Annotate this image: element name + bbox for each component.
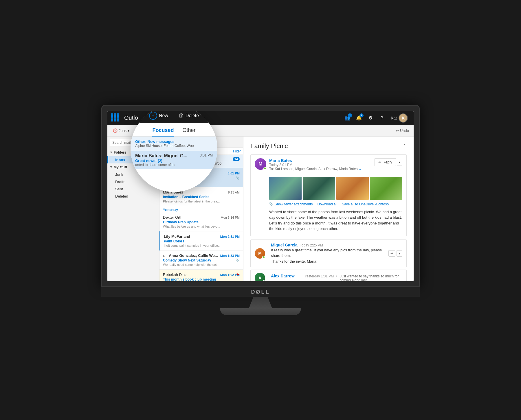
undo-btn[interactable]: ↩ Undo <box>393 127 411 134</box>
filter-btn[interactable]: Filter <box>233 149 241 153</box>
reply-icon: ↩ <box>378 160 381 164</box>
paperclip-icon: 📎 <box>269 202 274 206</box>
sender-5: Anna Gonzalez; Callie We... <box>169 253 218 258</box>
user-area[interactable]: Kat K <box>388 112 410 124</box>
monitor-wrapper: Outlo 👥 2 🔔 2 ⚙ ? <box>87 105 434 315</box>
time-alex: Yesterday 1:01 PM <box>304 274 334 278</box>
circle-notif-sub: Alpine Ski House, Fourth Coffee, Woo <box>135 144 213 148</box>
msg-card-miguel[interactable]: M Miguel Garcia Today 2:25 PM It really … <box>250 240 407 268</box>
email-item-3[interactable]: Dexter Orth Mon 3:14 PM Birthday Prep Up… <box>159 212 243 231</box>
msg-card-alex[interactable]: A Alex Darrow Yesterday 1:01 PM • Just w… <box>250 270 407 281</box>
gear-icon: ⚙ <box>368 115 373 121</box>
circle-tab-focused[interactable]: Focused <box>152 126 174 137</box>
reply-dropdown-btn[interactable]: ▾ <box>397 159 402 165</box>
msg-card-maria: M Maria Bates Today 3:01 PM To: Kat Lars… <box>250 154 407 236</box>
user-name: Kat <box>391 116 397 120</box>
email-item-5-header: ▶ Anna Gonzalez; Callie We... Mon 1:33 P… <box>163 253 240 258</box>
miguel-actions: ↩ ▾ <box>388 250 402 257</box>
conv-header: Family Picnic ⌃ <box>250 142 407 150</box>
circle-email-time: 3:01 PM <box>200 153 213 157</box>
preview-5: We really need some help with the set... <box>163 263 240 266</box>
people-icon-btn[interactable]: 👥 2 <box>342 113 353 123</box>
preview-4: I left some paint samples in your office… <box>164 244 240 247</box>
photo-1 <box>269 177 302 200</box>
miguel-header: Miguel Garcia Today 2:25 PM <box>271 243 386 247</box>
circle-email-subject: Great news! (2) <box>135 159 213 163</box>
avatar: K <box>399 113 408 123</box>
sep-alex: • <box>336 274 337 278</box>
expand-icon-5: ▶ <box>163 254 165 257</box>
subject-4: Paint Colors <box>164 239 240 243</box>
time-1: 3:01 PM <box>228 172 240 175</box>
preview-3: What lies before us and what lies beyo..… <box>163 225 240 228</box>
miguel-reply-btn[interactable]: ↩ <box>388 250 395 257</box>
alex-header: Alex Darrow Yesterday 1:01 PM • Just wan… <box>271 274 402 281</box>
email-item-6[interactable]: ⚑ Rebekah Diaz Mon 1:02 PM This month's … <box>159 270 243 281</box>
dell-logo: DØLL <box>101 287 420 297</box>
email-item-4-header: Lily McFarland Mon 2:51 PM <box>164 234 240 239</box>
email-item-5[interactable]: 📎 ▶ Anna Gonzalez; Callie We... Mon 1:33… <box>159 250 243 270</box>
circle-delete-btn[interactable]: 🗑 Delete <box>176 111 201 120</box>
email-item-6-header: Rebekah Diaz Mon 1:02 PM <box>163 272 240 277</box>
circle-tabs: Focused Other <box>131 123 217 137</box>
notif-count: 14 <box>233 157 240 161</box>
monitor-screen: Outlo 👥 2 🔔 2 ⚙ ? <box>101 105 420 287</box>
screen-inner: Outlo 👥 2 🔔 2 ⚙ ? <box>107 111 414 281</box>
photo-gallery <box>269 177 402 200</box>
subject-3: Birthday Prep Update <box>163 220 240 224</box>
date-separator-yesterday: Yesterday <box>159 206 243 212</box>
show-fewer-attachments-btn[interactable]: 📎 Show fewer attachments <box>269 202 313 206</box>
collapse-btn[interactable]: ⌃ <box>402 143 407 149</box>
email-item-3-header: Dexter Orth Mon 3:14 PM <box>163 215 240 220</box>
avatar-maria: M <box>255 158 266 170</box>
download-all-btn[interactable]: Download all <box>317 202 337 206</box>
time-4: Mon 2:51 PM <box>220 235 240 238</box>
online-dot-maria <box>263 167 266 170</box>
circle-notification[interactable]: Other: New messages Alpine Ski House, Fo… <box>131 137 217 151</box>
circle-new-icon: + <box>149 112 157 120</box>
circle-email-preview: anted to share some of th <box>135 163 213 167</box>
reply-btn[interactable]: ↩ Reply <box>375 158 396 166</box>
circle-tab-other[interactable]: Other <box>182 126 195 137</box>
junk-btn[interactable]: 🚫 Junk ▾ <box>110 126 133 135</box>
undo-icon: ↩ <box>396 128 399 133</box>
nav-icons: 👥 2 🔔 2 ⚙ ? Kat K <box>342 112 410 124</box>
alex-info: Alex Darrow Yesterday 1:01 PM • Just wan… <box>271 274 402 281</box>
bell-icon-btn[interactable]: 🔔 2 <box>354 113 364 123</box>
miguel-more-btn[interactable]: ▾ <box>397 250 402 257</box>
circle-notif-title: Other: New messages <box>135 139 213 144</box>
email-item-4[interactable]: Lily McFarland Mon 2:51 PM Paint Colors … <box>159 231 243 250</box>
save-to-onedrive-btn[interactable]: Save all to OneDrive -Contoso <box>342 202 389 206</box>
msg-actions-maria: ↩ Reply ▾ <box>375 158 402 166</box>
preview-2: Please join us for the latest in the bre… <box>163 200 240 203</box>
sender-name-maria: Maria Bates <box>269 158 375 163</box>
msg-body-text-maria: Wanted to share some of the photos from … <box>269 209 402 232</box>
circle-email-item[interactable]: 3:01 PM Maria Bates; Miguel G... Great n… <box>131 151 217 169</box>
monitor-stand-neck <box>249 297 272 308</box>
sender-miguel: Miguel Garcia <box>271 243 298 247</box>
circle-new-btn[interactable]: + New <box>147 111 170 121</box>
monitor-base <box>220 308 301 315</box>
junk-icon: 🚫 <box>113 128 118 133</box>
time-3: Mon 3:14 PM <box>221 216 240 219</box>
msg-header-maria: M Maria Bates Today 3:01 PM To: Kat Lars… <box>251 155 406 174</box>
settings-btn[interactable]: ⚙ <box>365 113 376 123</box>
online-dot-alex <box>262 280 265 281</box>
time-5: Mon 1:33 PM <box>220 254 240 257</box>
help-btn[interactable]: ? <box>377 113 387 123</box>
subject-6: This month's book club meeting <box>163 277 240 281</box>
msg-info-maria: Maria Bates Today 3:01 PM To: Kat Larsso… <box>269 158 375 171</box>
attachment-icon-1: 📎 <box>236 176 240 180</box>
sender-3: Dexter Orth <box>163 215 182 220</box>
attachment-toolbar: 📎 Show fewer attachments Download all Sa… <box>269 202 402 206</box>
recipients-expand-icon[interactable]: ⌄ <box>359 167 362 171</box>
avatar-miguel: M <box>255 248 265 259</box>
msg-recipients-maria: To: Kat Larsson, Miguel Garcia, Alex Dar… <box>269 167 375 171</box>
sidebar-item-sent[interactable]: Sent <box>107 185 159 193</box>
msg-time-maria: Today 3:01 PM <box>269 163 375 167</box>
mystuff-chevron: ▼ <box>110 165 113 169</box>
photo-2 <box>303 177 335 200</box>
subject-5: Comedy Show Next Saturday <box>163 258 240 262</box>
sidebar-item-deleted[interactable]: Deleted <box>107 193 159 200</box>
waffle-icon[interactable] <box>111 113 120 123</box>
